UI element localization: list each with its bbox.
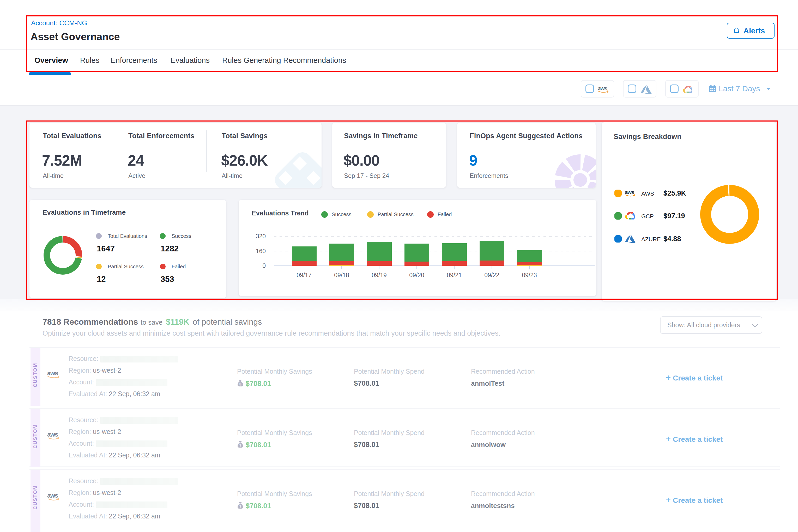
svg-text:aws: aws: [47, 492, 58, 499]
svg-text:$: $: [240, 382, 242, 386]
svg-text:aws: aws: [598, 85, 607, 91]
svg-text:aws: aws: [47, 431, 58, 438]
svg-text:$: $: [240, 505, 242, 508]
svg-text:$: $: [240, 443, 242, 447]
svg-text:aws: aws: [47, 369, 58, 377]
